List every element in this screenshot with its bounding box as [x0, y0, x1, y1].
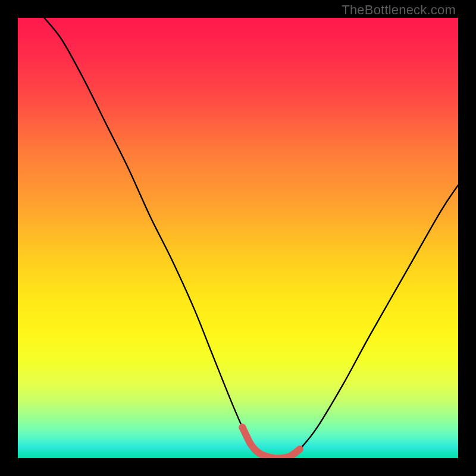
plot-area — [18, 18, 458, 458]
watermark-text: TheBottleneck.com — [342, 2, 456, 18]
highlight-end-dot — [296, 446, 303, 453]
curve-layer — [18, 18, 458, 458]
chart-frame: TheBottleneck.com — [0, 0, 476, 476]
highlight-start-dot — [239, 424, 246, 431]
flat-bottom-highlight — [242, 427, 299, 458]
bottleneck-curve — [44, 18, 458, 458]
